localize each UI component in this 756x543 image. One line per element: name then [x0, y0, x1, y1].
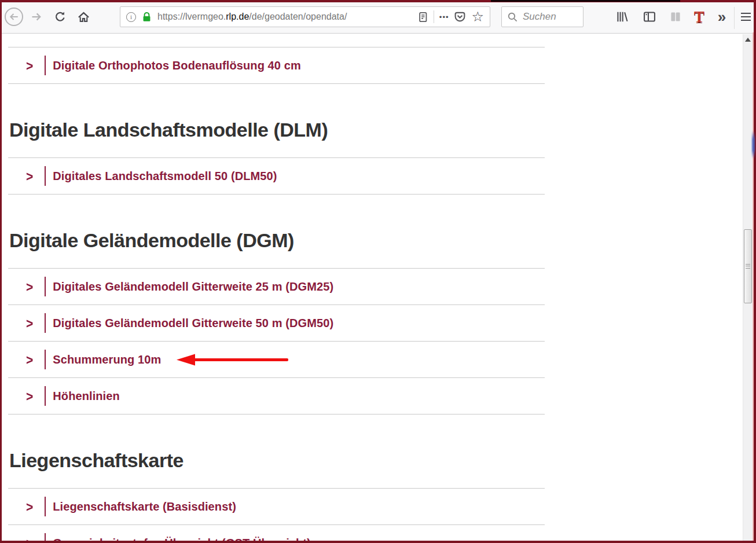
arrow-shaft — [192, 358, 288, 361]
accordion-list: >Liegenschaftskarte (Basisdienst)>Genaui… — [8, 488, 545, 543]
accordion-item[interactable]: >Digitales Geländemodell Gitterweite 50 … — [8, 305, 545, 342]
accordion-item-label[interactable]: Höhenlinien — [53, 390, 120, 403]
section-heading: Digitale Landschaftsmodelle (DLM) — [9, 119, 544, 141]
arrow-left-icon — [9, 12, 19, 22]
item-accent-bar — [45, 350, 46, 369]
opendata-list: >Digitale Orthophotos Bodenauflösung 40 … — [8, 34, 545, 543]
item-accent-bar — [45, 166, 46, 186]
section-heading: Liegenschaftskarte — [9, 449, 544, 472]
open-book-icon[interactable] — [666, 8, 685, 26]
item-accent-bar — [45, 497, 46, 516]
arrow-right-icon — [31, 11, 42, 23]
back-button[interactable] — [5, 8, 23, 26]
reload-button[interactable] — [51, 8, 69, 26]
item-accent-bar — [45, 277, 46, 296]
data-section: Digitale Geländemodelle (DGM)>Digitales … — [8, 229, 545, 414]
accordion-item[interactable]: >Digitales Geländemodell Gitterweite 25 … — [8, 269, 545, 305]
accordion-item-label[interactable]: Schummerung 10m — [53, 353, 161, 366]
chevron-right-icon: > — [26, 500, 33, 513]
chevron-right-icon: > — [26, 353, 33, 366]
reader-mode-icon[interactable] — [417, 12, 428, 23]
accordion-item-label[interactable]: Liegenschaftskarte (Basisdienst) — [53, 500, 236, 513]
scroll-up-arrow-icon[interactable] — [745, 38, 751, 42]
accordion-list: >Digitales Landschaftsmodell 50 (DLM50) — [8, 157, 545, 195]
item-accent-bar — [45, 313, 46, 333]
home-icon — [78, 11, 90, 23]
vertical-scrollbar[interactable] — [743, 34, 753, 541]
page-content: >Digitale Orthophotos Bodenauflösung 40 … — [2, 34, 753, 543]
lock-icon — [141, 12, 152, 23]
overflow-menu-icon[interactable]: » — [713, 8, 731, 26]
search-box[interactable] — [501, 6, 583, 27]
data-section: >Digitale Orthophotos Bodenauflösung 40 … — [8, 47, 545, 84]
accordion-item[interactable]: >Liegenschaftskarte (Basisdienst) — [8, 489, 545, 525]
screenshot-border-bottom — [0, 541, 756, 543]
arrow-head-icon — [177, 354, 195, 365]
site-info-icon[interactable]: i — [126, 12, 136, 22]
accordion-item-label[interactable]: Digitale Orthophotos Bodenauflösung 40 c… — [53, 59, 301, 72]
scrollbar-grip-icon — [746, 264, 750, 269]
chevron-right-icon: > — [26, 169, 33, 183]
accordion-item-label[interactable]: Digitales Geländemodell Gitterweite 25 m… — [53, 280, 333, 293]
accordion-item[interactable]: >Schummerung 10m — [8, 342, 545, 378]
scrollbar-thumb[interactable] — [744, 229, 752, 303]
forward-button[interactable] — [27, 8, 46, 26]
accordion-item-label[interactable]: Digitales Geländemodell Gitterweite 50 m… — [53, 317, 333, 330]
hamburger-menu-icon[interactable] — [736, 8, 755, 26]
reload-icon — [54, 11, 66, 23]
data-section: Digitale Landschaftsmodelle (DLM)>Digita… — [8, 119, 545, 195]
extension-t-icon[interactable]: T — [690, 8, 709, 26]
browser-toolbar: i https://lvermgeo.rlp.de/de/geodaten/op… — [0, 2, 756, 34]
section-heading: Digitale Geländemodelle (DGM) — [9, 229, 544, 252]
item-accent-bar — [45, 56, 46, 75]
accordion-item[interactable]: >Digitales Landschaftsmodell 50 (DLM50) — [8, 158, 545, 195]
home-button[interactable] — [74, 8, 93, 26]
chevron-right-icon: > — [26, 316, 33, 330]
search-input[interactable] — [523, 11, 575, 23]
chevron-right-icon: > — [26, 280, 33, 293]
data-section: Liegenschaftskarte>Liegenschaftskarte (B… — [8, 449, 545, 543]
page-actions-icon[interactable]: ••• — [439, 13, 449, 21]
url-text[interactable]: https://lvermgeo.rlp.de/de/geodaten/open… — [157, 12, 412, 22]
bookmark-star-icon[interactable]: ☆ — [471, 10, 484, 24]
urlbar-separator — [434, 10, 434, 23]
annotation-arrow — [177, 354, 288, 366]
screenshot-border-right — [754, 0, 756, 543]
url-bar[interactable]: i https://lvermgeo.rlp.de/de/geodaten/op… — [120, 6, 490, 27]
chevron-right-icon: > — [26, 389, 33, 403]
window-edge-artifact-top — [491, 0, 680, 2]
window-edge-artifact-right — [752, 131, 755, 159]
sidebar-toggle-icon[interactable] — [640, 8, 659, 26]
item-accent-bar — [45, 386, 46, 406]
accordion-list: >Digitales Geländemodell Gitterweite 25 … — [8, 268, 545, 414]
toolbar-separator — [734, 7, 735, 29]
accordion-item[interactable]: >Digitale Orthophotos Bodenauflösung 40 … — [8, 47, 545, 84]
pocket-icon[interactable] — [454, 11, 466, 23]
library-icon[interactable] — [613, 8, 632, 26]
accordion-item[interactable]: >Höhenlinien — [8, 378, 545, 414]
screenshot-border-left — [0, 0, 2, 543]
search-icon — [507, 12, 518, 23]
chevron-right-icon: > — [26, 58, 33, 72]
accordion-list: >Digitale Orthophotos Bodenauflösung 40 … — [8, 47, 545, 84]
accordion-item-label[interactable]: Digitales Landschaftsmodell 50 (DLM50) — [53, 170, 277, 183]
